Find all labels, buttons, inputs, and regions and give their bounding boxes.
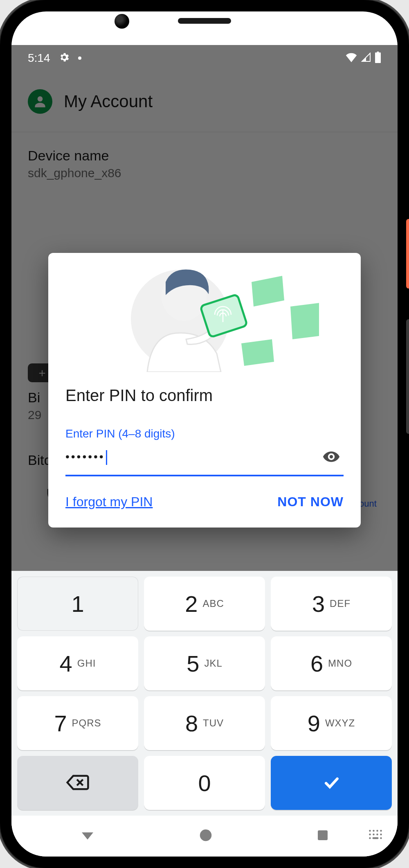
keypad-6[interactable]: 6MNO (271, 636, 392, 690)
svg-marker-13 (290, 302, 319, 339)
dot-icon (78, 56, 81, 60)
forgot-pin-link[interactable]: I forgot my PIN (65, 494, 153, 510)
svg-point-20 (376, 830, 378, 832)
not-now-button[interactable]: NOT NOW (277, 494, 344, 510)
keypad-7[interactable]: 7PQRS (17, 696, 138, 750)
keypad-0[interactable]: 0 (144, 756, 265, 810)
wifi-icon (345, 52, 357, 64)
pin-dialog: Enter PIN to confirm Enter PIN (4–8 digi… (48, 253, 361, 528)
svg-point-18 (369, 830, 371, 832)
keypad-3[interactable]: 3DEF (271, 577, 392, 631)
svg-point-16 (200, 830, 212, 841)
svg-rect-27 (373, 837, 379, 839)
svg-rect-17 (318, 830, 328, 840)
keypad-1[interactable]: 1 (17, 577, 138, 631)
phone-camera (115, 14, 129, 29)
phone-frame: 5:14 (0, 0, 409, 868)
numeric-keyboard: 1 2ABC 3DEF 4GHI 5JKL 6MNO 7PQRS 8TUV 9W… (11, 571, 398, 816)
volume-button[interactable] (406, 319, 409, 434)
svg-point-19 (373, 830, 375, 832)
check-icon (320, 773, 342, 793)
cell-signal-icon (361, 52, 371, 64)
keypad-9[interactable]: 9WXYZ (271, 696, 392, 750)
pin-input[interactable]: ••••••• (65, 444, 344, 476)
pin-input-label: Enter PIN (4–8 digits) (65, 427, 344, 440)
phone-screen: 5:14 (11, 11, 398, 857)
svg-marker-14 (241, 339, 274, 366)
status-time: 5:14 (28, 52, 50, 65)
svg-marker-12 (252, 276, 284, 307)
keypad-5[interactable]: 5JKL (144, 636, 265, 690)
svg-point-24 (376, 834, 378, 836)
svg-point-25 (380, 834, 382, 836)
battery-icon (375, 52, 381, 65)
keypad-2[interactable]: 2ABC (144, 577, 265, 631)
ime-switch-icon[interactable] (368, 829, 383, 842)
recents-button[interactable] (315, 828, 330, 844)
home-button[interactable] (198, 827, 213, 845)
svg-point-15 (330, 455, 333, 458)
gear-icon (58, 52, 70, 65)
back-button[interactable] (79, 827, 96, 845)
keypad-backspace[interactable] (17, 756, 138, 810)
svg-point-21 (380, 830, 382, 832)
keypad-8[interactable]: 8TUV (144, 696, 265, 750)
status-bar: 5:14 (11, 45, 398, 71)
phone-speaker (178, 18, 231, 24)
backspace-icon (66, 773, 90, 793)
power-button[interactable] (406, 219, 409, 289)
svg-point-26 (369, 837, 371, 839)
svg-point-23 (373, 834, 375, 836)
keypad-enter[interactable] (271, 756, 392, 810)
android-nav-bar (11, 816, 398, 857)
dialog-title: Enter PIN to confirm (65, 386, 344, 405)
svg-point-10 (192, 302, 199, 307)
keypad-4[interactable]: 4GHI (17, 636, 138, 690)
dialog-illustration (48, 255, 361, 374)
svg-point-22 (369, 834, 371, 836)
pin-input-value: ••••••• (65, 450, 319, 465)
toggle-visibility-button[interactable] (319, 444, 344, 471)
svg-point-28 (380, 837, 382, 839)
